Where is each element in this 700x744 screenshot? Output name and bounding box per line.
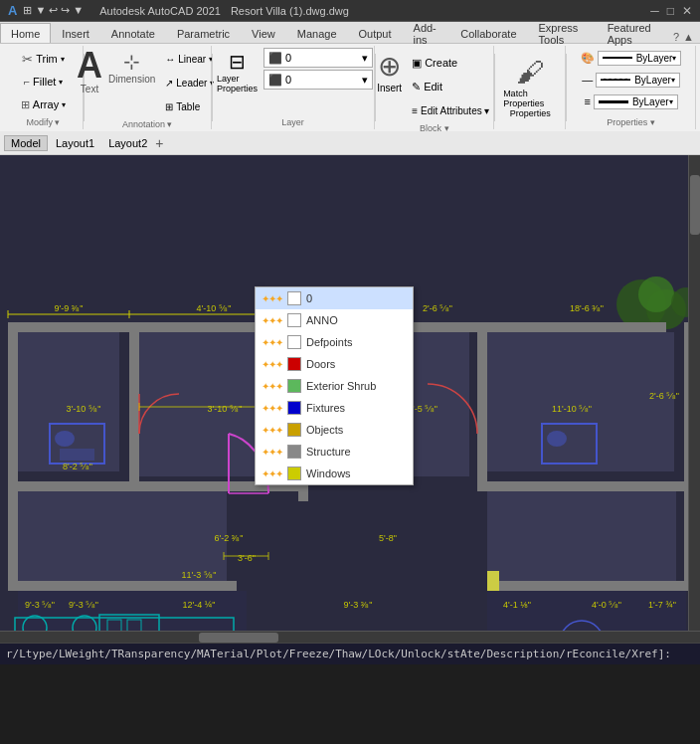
tab-view[interactable]: View bbox=[241, 23, 286, 43]
layout1-tab[interactable]: Layout1 bbox=[50, 136, 100, 150]
svg-text:6'-2 ³⁄₈": 6'-2 ³⁄₈" bbox=[215, 533, 244, 543]
layer-properties-button[interactable]: ⊟ Layer Properties bbox=[213, 48, 262, 95]
title-text: Autodesk AutoCAD 2021 bbox=[99, 5, 221, 17]
layout2-tab[interactable]: Layout2 bbox=[102, 136, 153, 150]
color-select[interactable]: ByLayer ▾ bbox=[598, 51, 682, 66]
svg-rect-9 bbox=[487, 581, 686, 591]
modify-label: Modify ▾ bbox=[26, 115, 60, 127]
layer-item-exterior-shrub[interactable]: ✦✦✦ Exterior Shrub bbox=[256, 375, 413, 397]
layer-name-objects: Objects bbox=[306, 424, 343, 436]
tab-manage[interactable]: Manage bbox=[286, 23, 348, 43]
layer-name-0: 0 bbox=[306, 292, 312, 304]
layer-group: ⊟ Layer Properties ⬛ 0 ▾ ⬛ 0 ▾ bbox=[212, 46, 374, 129]
svg-text:1'-7 ¾": 1'-7 ¾" bbox=[648, 600, 676, 610]
block-tools: ⊕ Insert ▣Create ✎Edit ≡Edit Attributes … bbox=[381, 48, 487, 121]
close-button[interactable]: ✕ bbox=[682, 4, 692, 18]
layer-name-anno: ANNO bbox=[306, 314, 338, 326]
tab-featured[interactable]: Featured Apps bbox=[597, 23, 667, 43]
svg-text:8'-2 ⁵⁄₈": 8'-2 ⁵⁄₈" bbox=[63, 462, 92, 471]
scrollbar-v[interactable] bbox=[688, 155, 700, 643]
layer-select-box-2[interactable]: ⬛ 0 ▾ bbox=[263, 70, 373, 90]
tab-home[interactable]: Home bbox=[0, 23, 51, 43]
layer-color-windows bbox=[287, 466, 301, 480]
maximize-button[interactable]: □ bbox=[667, 4, 674, 18]
drawing-area[interactable]: ✦✦✦ 0 ✦✦✦ ANNO ✦✦✦ Defpoints ✦✦✦ Doors ✦… bbox=[0, 155, 700, 643]
annotation-tools: A Text ⊹ Dimension ↔ Linear ▾ ↗ Lea bbox=[77, 48, 218, 117]
svg-rect-24 bbox=[487, 591, 686, 631]
quick-access-toolbar[interactable]: ⊞ ▼ ↩ ↪ ▼ bbox=[23, 4, 84, 17]
lineweight-icon: ≡ bbox=[584, 95, 590, 107]
layer-color-structure bbox=[287, 445, 301, 459]
ribbon-toggle-icon[interactable]: ▲ bbox=[683, 31, 694, 43]
text-button[interactable]: A Text bbox=[77, 48, 102, 94]
edit-attributes-button[interactable]: ≡Edit Attributes ▾ bbox=[408, 99, 493, 121]
svg-rect-22 bbox=[487, 491, 676, 581]
layer-color-defpoints bbox=[287, 335, 301, 349]
app-icon: A bbox=[8, 3, 17, 18]
window-controls[interactable]: ─ □ ✕ bbox=[650, 4, 692, 18]
svg-text:2'-6 ⁵⁄₈": 2'-6 ⁵⁄₈" bbox=[423, 303, 452, 313]
layer-item-objects[interactable]: ✦✦✦ Objects bbox=[256, 419, 413, 441]
lineweight-select[interactable]: ByLayer ▾ bbox=[594, 94, 678, 109]
array-button[interactable]: ⊞ Array ▾ bbox=[17, 93, 70, 115]
layer-select-box[interactable]: ⬛ 0 ▾ bbox=[263, 48, 373, 68]
layer-dropdown[interactable]: ✦✦✦ 0 ✦✦✦ ANNO ✦✦✦ Defpoints ✦✦✦ Doors ✦… bbox=[255, 286, 414, 485]
match-group: 🖌 Match Properties Properties bbox=[495, 46, 566, 129]
insert-button[interactable]: ⊕ Insert bbox=[375, 48, 404, 95]
svg-rect-10 bbox=[8, 322, 18, 591]
layer-name-windows: Windows bbox=[306, 467, 351, 479]
linetype-icon: — bbox=[582, 74, 593, 86]
layer-stars-objects: ✦✦✦ bbox=[262, 425, 282, 436]
scrollbar-thumb-v[interactable] bbox=[690, 175, 700, 235]
tab-parametric[interactable]: Parametric bbox=[166, 23, 241, 43]
svg-text:4'-10 ⁵⁄₈": 4'-10 ⁵⁄₈" bbox=[197, 303, 232, 313]
tab-express[interactable]: Express Tools bbox=[528, 23, 597, 43]
layer-stars-doors: ✦✦✦ bbox=[262, 359, 282, 370]
svg-rect-23 bbox=[18, 591, 247, 631]
layer-color-shrub bbox=[287, 379, 301, 393]
scrollbar-h[interactable] bbox=[0, 631, 700, 643]
tab-addins[interactable]: Add-ins bbox=[403, 23, 450, 43]
linear-button[interactable]: ↔ Linear ▾ bbox=[161, 48, 218, 70]
tab-collaborate[interactable]: Collaborate bbox=[449, 23, 527, 43]
layer-color-doors bbox=[287, 357, 301, 371]
lineweight-row: ≡ ByLayer ▾ bbox=[584, 92, 677, 111]
layer-stars-defpoints: ✦✦✦ bbox=[262, 337, 282, 348]
tab-output[interactable]: Output bbox=[348, 23, 403, 43]
dimension-button[interactable]: ⊹ Dimension bbox=[106, 48, 157, 87]
layer-name-doors: Doors bbox=[306, 358, 335, 370]
layer-name-shrub: Exterior Shrub bbox=[306, 380, 376, 392]
layer-item-windows[interactable]: ✦✦✦ Windows bbox=[256, 463, 413, 484]
svg-point-3 bbox=[638, 277, 674, 312]
help-icon[interactable]: ? bbox=[673, 31, 679, 43]
add-layout-icon[interactable]: + bbox=[155, 135, 163, 151]
layer-color-white bbox=[287, 291, 301, 305]
edit-button[interactable]: ✎Edit bbox=[408, 76, 493, 97]
layer-item-defpoints[interactable]: ✦✦✦ Defpoints bbox=[256, 331, 413, 353]
table-button[interactable]: ⊞ Table bbox=[161, 95, 218, 117]
tab-annotate[interactable]: Annotate bbox=[100, 23, 166, 43]
svg-text:3'-10 ⁵⁄₈": 3'-10 ⁵⁄₈" bbox=[208, 404, 243, 414]
match-properties-button[interactable]: 🖌 Match Properties Properties bbox=[501, 54, 559, 120]
layer-stars-anno: ✦✦✦ bbox=[262, 315, 282, 326]
tab-insert[interactable]: Insert bbox=[51, 23, 100, 43]
trim-button[interactable]: ✂ Trim ▾ bbox=[18, 48, 69, 70]
command-line[interactable]: r/Ltype/LWeight/TRansparency/MATerial/Pl… bbox=[0, 643, 700, 664]
layer-item-fixtures[interactable]: ✦✦✦ Fixtures bbox=[256, 397, 413, 419]
layer-item-anno[interactable]: ✦✦✦ ANNO bbox=[256, 309, 413, 331]
annotation-group: A Text ⊹ Dimension ↔ Linear ▾ ↗ Lea bbox=[85, 46, 212, 129]
create-button[interactable]: ▣Create bbox=[408, 52, 493, 74]
model-tab[interactable]: Model bbox=[4, 135, 48, 151]
layer-item-0[interactable]: ✦✦✦ 0 bbox=[256, 287, 413, 309]
layer-name-structure: Structure bbox=[306, 446, 351, 458]
scrollbar-thumb-h[interactable] bbox=[199, 633, 278, 643]
layer-item-structure[interactable]: ✦✦✦ Structure bbox=[256, 441, 413, 463]
leader-button[interactable]: ↗ Leader ▾ bbox=[161, 72, 218, 93]
svg-rect-74 bbox=[487, 571, 499, 591]
minimize-button[interactable]: ─ bbox=[650, 4, 659, 18]
svg-rect-20 bbox=[487, 332, 674, 471]
block-label: Block ▾ bbox=[420, 121, 449, 133]
layer-item-doors[interactable]: ✦✦✦ Doors bbox=[256, 353, 413, 375]
fillet-button[interactable]: ⌐ Fillet ▾ bbox=[20, 71, 68, 93]
linetype-select[interactable]: ByLayer ▾ bbox=[596, 73, 680, 88]
